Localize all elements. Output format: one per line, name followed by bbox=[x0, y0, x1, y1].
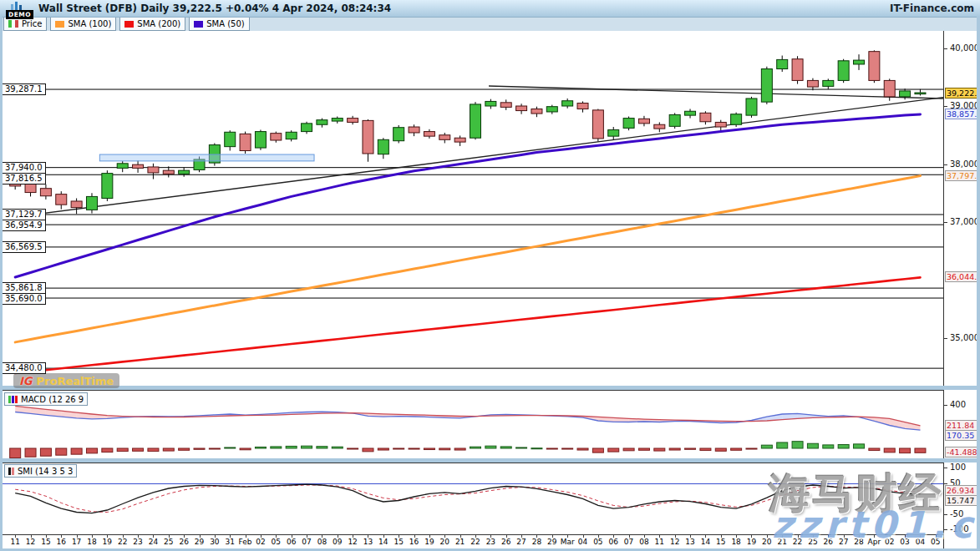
candle-down[interactable] bbox=[409, 127, 419, 133]
macd-histogram-bar bbox=[854, 444, 865, 448]
candle-up[interactable] bbox=[761, 69, 772, 103]
legend-item-label: SMA (50) bbox=[206, 19, 245, 28]
candle-up[interactable] bbox=[823, 80, 834, 86]
candle-down[interactable] bbox=[638, 119, 649, 124]
candle-down[interactable] bbox=[592, 110, 603, 139]
candle-down[interactable] bbox=[163, 170, 174, 174]
macd-canvas[interactable] bbox=[3, 391, 943, 459]
candle-up[interactable] bbox=[777, 59, 788, 68]
legend-item-sma-200[interactable]: SMA (200) bbox=[119, 17, 185, 31]
sma-200-line[interactable] bbox=[15, 277, 920, 373]
candle-up[interactable] bbox=[179, 170, 190, 174]
candle-down[interactable] bbox=[148, 167, 159, 173]
candle-up[interactable] bbox=[86, 196, 97, 210]
legend-item-sma-100[interactable]: SMA (100) bbox=[50, 17, 116, 31]
macd-histogram-bar bbox=[500, 447, 511, 448]
candle-up[interactable] bbox=[562, 101, 573, 106]
price-chart-panel[interactable] bbox=[3, 31, 943, 387]
candle-down[interactable] bbox=[792, 59, 803, 81]
candle-down[interactable] bbox=[240, 134, 251, 150]
candle-up[interactable] bbox=[546, 107, 557, 112]
window-edge-left bbox=[0, 17, 3, 551]
candle-up[interactable] bbox=[102, 174, 113, 199]
macd-label-text: MACD (12 26 9 bbox=[21, 395, 84, 404]
trendline[interactable] bbox=[489, 86, 943, 99]
candle-up[interactable] bbox=[623, 119, 634, 129]
macd-histogram-bar bbox=[317, 447, 328, 448]
candle-down[interactable] bbox=[363, 120, 373, 154]
macd-histogram-bar bbox=[746, 448, 757, 449]
smi-axis-tick bbox=[944, 468, 947, 468]
macd-histogram-bar bbox=[669, 448, 680, 450]
candle-down[interactable] bbox=[869, 52, 880, 81]
candle-up[interactable] bbox=[608, 129, 619, 136]
candle-down[interactable] bbox=[654, 124, 665, 129]
candle-down[interactable] bbox=[40, 189, 51, 196]
candle-down[interactable] bbox=[439, 135, 450, 140]
candle-up[interactable] bbox=[854, 60, 865, 64]
macd-histogram-bar bbox=[86, 448, 97, 453]
legend-row: PriceSMA (100)SMA (200)SMA (50) bbox=[0, 17, 980, 31]
candle-down[interactable] bbox=[500, 103, 511, 108]
candle-up[interactable] bbox=[378, 139, 388, 154]
candle-down[interactable] bbox=[25, 183, 36, 192]
price-axis-tick bbox=[944, 164, 947, 165]
candle-up[interactable] bbox=[685, 111, 696, 115]
candle-up[interactable] bbox=[394, 128, 404, 141]
price-chart-canvas[interactable] bbox=[3, 31, 943, 386]
candle-down[interactable] bbox=[133, 164, 144, 168]
macd-indicator-label[interactable]: MACD (12 26 9 bbox=[4, 392, 88, 406]
axis-value-box-sma200: 36,044.. bbox=[945, 271, 977, 282]
candle-up[interactable] bbox=[317, 120, 328, 125]
macd-histogram-bar bbox=[348, 448, 358, 449]
candle-up[interactable] bbox=[286, 132, 297, 139]
candle-down[interactable] bbox=[454, 138, 465, 142]
candle-down[interactable] bbox=[348, 119, 358, 123]
candle-down[interactable] bbox=[424, 132, 434, 137]
watermark-url: zzrt01.cn bbox=[772, 503, 980, 546]
highlight-zone[interactable] bbox=[99, 154, 314, 161]
macd-panel[interactable] bbox=[3, 390, 943, 460]
candle-down[interactable] bbox=[516, 106, 527, 111]
macd-histogram-bar bbox=[731, 448, 742, 450]
sma-color-swatch bbox=[124, 21, 134, 28]
candle-up[interactable] bbox=[915, 93, 926, 94]
candle-up[interactable] bbox=[731, 114, 742, 125]
candle-up[interactable] bbox=[838, 61, 849, 81]
macd-histogram-bar bbox=[439, 448, 450, 450]
candle-down[interactable] bbox=[884, 80, 895, 96]
macd-histogram-bar bbox=[363, 448, 373, 452]
candle-down[interactable] bbox=[715, 122, 726, 127]
candle-down[interactable] bbox=[807, 80, 818, 87]
price-axis-tick-label: 40,000 bbox=[950, 43, 979, 53]
sma-100-line[interactable] bbox=[15, 176, 920, 342]
candle-up[interactable] bbox=[302, 124, 312, 132]
candle-down[interactable] bbox=[271, 134, 282, 140]
candle-down[interactable] bbox=[56, 195, 67, 205]
candle-up[interactable] bbox=[332, 119, 343, 121]
candle-up[interactable] bbox=[485, 101, 496, 106]
candle-down[interactable] bbox=[10, 179, 21, 186]
sma-50-line[interactable] bbox=[15, 114, 920, 277]
candle-up[interactable] bbox=[117, 164, 128, 169]
macd-histogram-bar bbox=[71, 448, 82, 454]
candle-up[interactable] bbox=[255, 132, 266, 148]
smi-indicator-label[interactable]: SMI (14 3 5 3 bbox=[4, 464, 77, 478]
candle-down[interactable] bbox=[71, 201, 82, 208]
legend-item-sma-50[interactable]: SMA (50) bbox=[189, 17, 250, 31]
price-axis-strip[interactable]: 40,00039,00038,00037,00035,00039,222..38… bbox=[943, 31, 977, 548]
macd-histogram-bar bbox=[777, 442, 788, 448]
candle-down[interactable] bbox=[700, 113, 711, 121]
candle-up[interactable] bbox=[470, 104, 481, 138]
candle-up[interactable] bbox=[669, 114, 680, 126]
candle-up[interactable] bbox=[225, 132, 236, 146]
macd-histogram-bar bbox=[915, 448, 926, 452]
brand-link[interactable]: IT-Finance.com bbox=[890, 3, 974, 14]
candle-up[interactable] bbox=[900, 91, 911, 97]
macd-histogram-bar bbox=[516, 447, 527, 448]
macd-histogram-bar bbox=[546, 448, 557, 449]
macd-histogram-bar bbox=[454, 448, 465, 450]
candle-up[interactable] bbox=[746, 99, 757, 115]
candle-down[interactable] bbox=[531, 109, 542, 114]
candle-down[interactable] bbox=[577, 104, 588, 109]
